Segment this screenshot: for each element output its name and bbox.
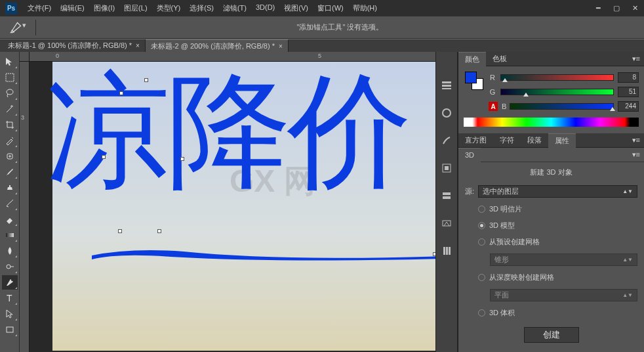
tab-histogram[interactable]: 直方图 (458, 133, 493, 148)
svg-rect-8 (442, 81, 451, 83)
radio-icon (478, 309, 485, 317)
anchor-point[interactable] (118, 229, 122, 233)
anchor-point[interactable] (102, 155, 106, 159)
paths-panel-icon[interactable] (439, 216, 454, 231)
source-label: 源: (465, 187, 474, 196)
ruler-tick: 3 (21, 114, 24, 121)
canvas[interactable]: GX 网 凉降价 (30, 62, 435, 352)
document-tab-label: 未标题-1 @ 100% (清凉降价, RGB/8) * (8, 41, 132, 51)
color-panel: R 8 G 51 A B 244 (458, 66, 644, 131)
panel-menu-icon[interactable]: ▾≡ (628, 150, 644, 159)
window-minimize-button[interactable]: ━ (589, 2, 607, 14)
3d-panel-body: 新建 3D 对象 源: 选中的图层 ▲▼ 3D 明信片 3D 模型 从预设创建网… (458, 162, 644, 348)
tab-swatches[interactable]: 色板 (486, 52, 513, 66)
brush-tool[interactable] (2, 165, 18, 179)
option-label: 从深度映射创建网格 (489, 273, 554, 282)
preset-mesh-select[interactable]: 锥形 ▲▼ (490, 253, 637, 266)
channels-panel-icon[interactable] (439, 244, 454, 258)
artboard: GX 网 凉降价 (52, 62, 435, 351)
tab-3d[interactable]: 3D (458, 148, 481, 162)
spectrum-ramp[interactable] (464, 118, 639, 127)
tab-character[interactable]: 字符 (493, 133, 521, 148)
window-close-button[interactable]: ✕ (626, 2, 644, 14)
history-panel-icon[interactable] (439, 78, 454, 93)
document-tab[interactable]: 未标题-1 @ 100% (清凉降价, RGB/8) * × (3, 39, 146, 52)
svg-point-1 (7, 89, 13, 95)
eraser-tool[interactable] (2, 212, 18, 227)
svg-rect-3 (6, 233, 14, 237)
option-3dmodel[interactable]: 3D 模型 (465, 221, 637, 231)
marquee-tool[interactable] (2, 70, 18, 85)
crop-tool[interactable] (2, 118, 18, 132)
brush-panel-icon[interactable] (439, 106, 454, 120)
tool-dropdown-icon[interactable]: ▾ (22, 21, 31, 34)
close-tab-icon[interactable]: × (136, 42, 140, 49)
foreground-color-swatch[interactable] (465, 72, 477, 83)
blur-tool[interactable] (2, 244, 18, 258)
green-value[interactable]: 51 (618, 87, 639, 97)
rectangle-tool[interactable] (2, 322, 18, 337)
blue-value[interactable]: 244 (618, 101, 639, 112)
window-maximize-button[interactable]: ▢ (607, 2, 626, 14)
menu-type[interactable]: 类型(Y) (153, 3, 185, 13)
depth-mesh-value: 平面 (494, 290, 509, 300)
option-postcard[interactable]: 3D 明信片 (465, 204, 637, 214)
healing-brush-tool[interactable] (2, 149, 18, 164)
anchor-point[interactable] (157, 229, 161, 233)
option-preset-mesh[interactable]: 从预设创建网格 (465, 237, 637, 247)
menu-edit[interactable]: 编辑(E) (56, 3, 89, 13)
move-tool[interactable] (2, 55, 18, 69)
depth-mesh-select[interactable]: 平面 ▲▼ (490, 289, 637, 301)
color-swatch-pair[interactable] (464, 70, 482, 97)
clone-source-panel-icon[interactable] (439, 161, 454, 175)
pen-tool[interactable] (2, 275, 18, 290)
ruler-origin[interactable] (20, 52, 30, 62)
anchor-point[interactable] (119, 91, 123, 95)
menu-layer[interactable]: 图层(L) (120, 3, 151, 13)
anchor-point[interactable] (433, 252, 435, 256)
menu-image[interactable]: 图像(I) (90, 3, 119, 13)
vertical-ruler[interactable]: 3 (20, 62, 30, 352)
type-tool[interactable]: T (2, 291, 18, 305)
gradient-tool[interactable] (2, 228, 18, 242)
menu-file[interactable]: 文件(F) (24, 3, 55, 13)
blue-slider[interactable] (510, 103, 614, 110)
eyedropper-tool[interactable] (2, 133, 18, 148)
menu-filter[interactable]: 滤镜(T) (219, 3, 251, 13)
anchor-point[interactable] (180, 157, 184, 161)
3d-section-title: 新建 3D 对象 (465, 167, 637, 179)
panel-menu-icon[interactable]: ▾≡ (628, 136, 644, 144)
lasso-tool[interactable] (2, 86, 18, 100)
option-depth-mesh[interactable]: 从深度映射创建网格 (465, 273, 637, 282)
panel-menu-icon[interactable]: ▾≡ (628, 55, 644, 63)
document-tab[interactable]: 未标题-2 @ 200% (清凉降价, RGB/8) * × (146, 39, 289, 52)
tab-paragraph[interactable]: 段落 (521, 133, 548, 148)
source-select[interactable]: 选中的图层 ▲▼ (478, 185, 637, 198)
red-slider[interactable] (500, 74, 614, 81)
app-logo: Ps (5, 3, 17, 14)
menu-3d[interactable]: 3D(D) (252, 3, 279, 13)
path-stroke[interactable] (92, 248, 435, 263)
clone-stamp-tool[interactable] (2, 181, 18, 195)
layers-panel-icon[interactable] (439, 188, 454, 203)
title-bar: Ps 文件(F) 编辑(E) 图像(I) 图层(L) 类型(Y) 选择(S) 滤… (0, 0, 644, 16)
magic-wand-tool[interactable] (2, 102, 18, 116)
tab-color[interactable]: 颜色 (458, 52, 486, 66)
menu-help[interactable]: 帮助(H) (349, 3, 381, 13)
close-tab-icon[interactable]: × (279, 43, 283, 50)
create-button[interactable]: 创建 (524, 327, 579, 343)
dodge-tool[interactable] (2, 259, 18, 274)
horizontal-ruler[interactable]: 0 5 (30, 52, 435, 62)
history-brush-tool[interactable] (2, 196, 18, 211)
menu-view[interactable]: 视图(V) (280, 3, 312, 13)
tab-properties[interactable]: 属性 (548, 133, 576, 148)
pen-tool-icon[interactable] (9, 21, 22, 34)
path-selection-tool[interactable] (2, 307, 18, 321)
option-3dvolume[interactable]: 3D 体积 (465, 308, 637, 318)
menu-select[interactable]: 选择(S) (186, 3, 218, 13)
green-slider[interactable] (500, 89, 614, 95)
menu-window[interactable]: 窗口(W) (313, 3, 348, 13)
anchor-point[interactable] (144, 78, 148, 82)
brush-preset-panel-icon[interactable] (439, 133, 454, 148)
red-value[interactable]: 8 (618, 72, 639, 83)
